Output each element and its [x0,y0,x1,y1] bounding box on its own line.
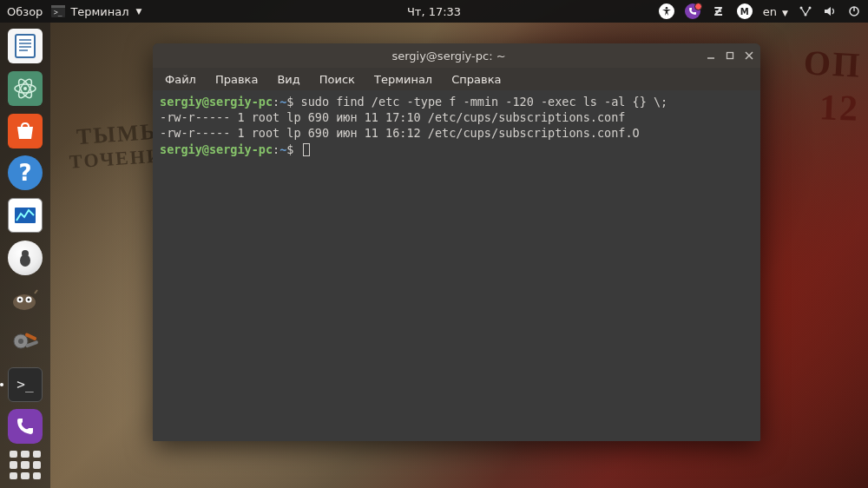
menu-terminal[interactable]: Терминал [365,71,441,88]
svg-rect-9 [16,35,35,57]
dock-item-settings[interactable] [5,324,45,361]
menu-help[interactable]: Справка [443,71,510,88]
terminal-icon: >_ [51,4,65,18]
svg-point-20 [22,250,29,257]
svg-text:>_: >_ [54,9,62,16]
window-maximize-button[interactable] [724,49,736,62]
terminal-window: sergiy@sergiy-pc: ~ Файл Правка Вид Поис… [153,43,760,441]
wallpaper-text: 12 [819,86,860,129]
menu-view[interactable]: Вид [268,71,308,88]
power-icon[interactable] [847,4,861,18]
window-minimize-button[interactable] [705,49,717,62]
window-titlebar[interactable]: sergiy@sergiy-pc: ~ [153,43,760,68]
dock-item-terminal[interactable]: >_ [5,366,45,403]
accessibility-icon[interactable] [659,3,674,19]
window-title: sergiy@sergiy-pc: ~ [193,49,705,63]
window-close-button[interactable] [743,49,755,62]
svg-rect-1 [51,5,65,8]
dock: ? >_ [0,23,50,488]
keyboard-layout-indicator[interactable]: en ▼ [763,5,788,18]
menu-edit[interactable]: Правка [207,71,266,88]
app-menu-label: Терминал [70,5,128,18]
dock-item-atom[interactable] [5,70,45,108]
svg-point-23 [19,299,22,301]
dock-item-text-editor[interactable] [5,28,45,65]
svg-point-21 [13,294,36,310]
menu-search[interactable]: Поиск [311,71,364,88]
viber-tray-icon[interactable] [685,3,700,19]
dock-item-help[interactable]: ? [5,155,45,192]
top-panel: Обзор >_ Терминал ▼ Чт, 17:33 Ƶ M en ▼ [0,0,868,23]
dock-item-software[interactable] [5,112,45,149]
svg-point-25 [28,299,30,301]
dock-item-app[interactable] [5,239,45,276]
show-applications-button[interactable] [10,451,41,479]
dock-item-gimp[interactable] [5,281,45,319]
activities-button[interactable]: Обзор [7,5,43,18]
app-menu[interactable]: >_ Терминал ▼ [51,4,141,18]
svg-point-27 [18,339,23,344]
dock-item-monitor[interactable] [5,197,45,234]
svg-point-3 [665,7,667,10]
terminal-menubar: Файл Правка Вид Поиск Терминал Справка [153,68,760,90]
svg-rect-31 [727,53,733,59]
network-icon[interactable] [799,4,812,18]
dock-item-viber[interactable] [5,408,45,445]
chevron-down-icon: ▼ [136,7,142,16]
tray-icon[interactable]: Ƶ [711,3,727,19]
terminal-body[interactable]: sergiy@sergiy-pc:~$ sudo find /etc -type… [153,90,760,441]
menu-file[interactable]: Файл [156,71,205,88]
svg-point-17 [23,87,27,90]
wallpaper-text: ОП [803,42,863,85]
tray-icon[interactable]: M [737,3,753,19]
clock[interactable]: Чт, 17:33 [407,5,461,18]
volume-icon[interactable] [823,4,837,18]
